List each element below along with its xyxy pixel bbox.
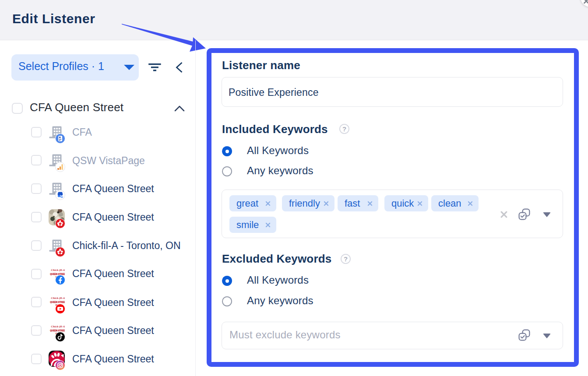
svg-text:QUEEN STREET: QUEEN STREET — [50, 330, 65, 332]
svg-text:Chick-fil-A: Chick-fil-A — [51, 325, 65, 328]
svg-text:QUEEN STREET: QUEEN STREET — [50, 301, 65, 303]
svg-text:Chick-fil-A: Chick-fil-A — [51, 268, 65, 271]
svg-text:Chick-fil-A: Chick-fil-A — [51, 296, 65, 299]
